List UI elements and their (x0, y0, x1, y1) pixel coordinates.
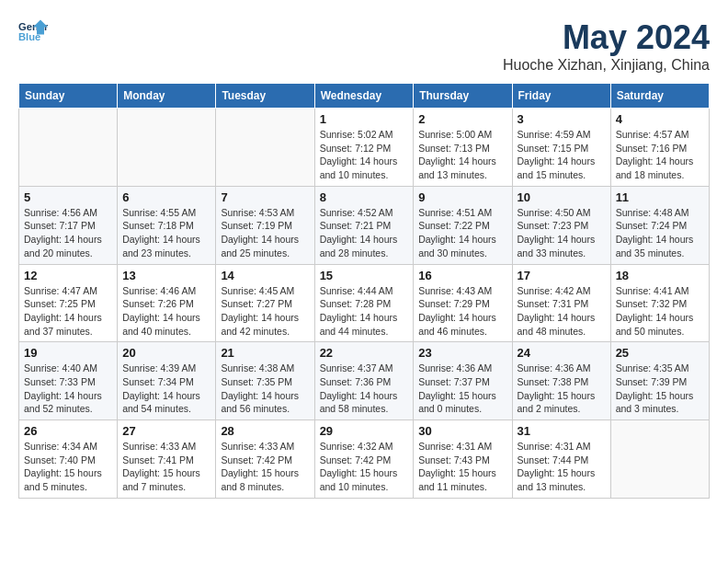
day-info: Sunrise: 4:45 AM Sunset: 7:27 PM Dayligh… (221, 284, 309, 339)
day-number: 16 (418, 269, 506, 282)
day-info: Sunrise: 4:59 AM Sunset: 7:15 PM Dayligh… (518, 128, 606, 182)
day-number: 2 (418, 112, 506, 126)
calendar-cell: 23Sunrise: 4:36 AM Sunset: 7:37 PM Dayli… (414, 342, 512, 420)
day-number: 15 (320, 269, 409, 282)
day-info: Sunrise: 4:33 AM Sunset: 7:42 PM Dayligh… (221, 440, 309, 494)
calendar-cell: 27Sunrise: 4:33 AM Sunset: 7:41 PM Dayli… (118, 420, 216, 499)
calendar-cell: 21Sunrise: 4:38 AM Sunset: 7:35 PM Dayli… (216, 342, 314, 420)
day-number: 27 (122, 424, 210, 438)
weekday-header-friday: Friday (512, 84, 610, 109)
calendar-cell (118, 109, 216, 187)
day-info: Sunrise: 4:44 AM Sunset: 7:28 PM Dayligh… (320, 284, 409, 339)
day-info: Sunrise: 4:55 AM Sunset: 7:18 PM Dayligh… (122, 206, 210, 260)
day-number: 28 (221, 424, 309, 438)
calendar-cell (19, 109, 118, 187)
day-info: Sunrise: 4:53 AM Sunset: 7:19 PM Dayligh… (221, 206, 309, 260)
day-number: 13 (122, 269, 210, 282)
day-info: Sunrise: 4:36 AM Sunset: 7:37 PM Dayligh… (418, 362, 506, 416)
calendar-cell (216, 109, 314, 187)
day-info: Sunrise: 4:52 AM Sunset: 7:21 PM Dayligh… (320, 206, 409, 260)
day-number: 31 (518, 424, 606, 438)
weekday-header-row: SundayMondayTuesdayWednesdayThursdayFrid… (19, 84, 710, 109)
calendar-cell: 20Sunrise: 4:39 AM Sunset: 7:34 PM Dayli… (118, 342, 216, 420)
day-info: Sunrise: 4:42 AM Sunset: 7:31 PM Dayligh… (518, 284, 606, 339)
day-info: Sunrise: 4:35 AM Sunset: 7:39 PM Dayligh… (616, 362, 704, 416)
month-title: May 2024 (503, 18, 710, 57)
weekday-header-tuesday: Tuesday (216, 84, 314, 109)
day-number: 17 (518, 269, 606, 282)
day-number: 9 (418, 190, 506, 204)
calendar-cell: 16Sunrise: 4:43 AM Sunset: 7:29 PM Dayli… (414, 264, 512, 342)
day-number: 3 (518, 112, 606, 126)
day-number: 10 (518, 190, 606, 204)
day-number: 24 (518, 346, 606, 360)
page-header: General Blue May 2024 Huoche Xizhan, Xin… (18, 18, 710, 74)
day-info: Sunrise: 4:56 AM Sunset: 7:17 PM Dayligh… (24, 206, 112, 260)
calendar-cell: 3Sunrise: 4:59 AM Sunset: 7:15 PM Daylig… (512, 109, 610, 187)
day-info: Sunrise: 4:41 AM Sunset: 7:32 PM Dayligh… (616, 284, 704, 339)
day-number: 22 (320, 346, 409, 360)
day-info: Sunrise: 4:31 AM Sunset: 7:44 PM Dayligh… (518, 440, 606, 494)
day-number: 12 (24, 269, 112, 282)
day-number: 25 (616, 346, 704, 360)
day-number: 19 (24, 346, 112, 360)
day-number: 29 (320, 424, 409, 438)
day-info: Sunrise: 5:00 AM Sunset: 7:13 PM Dayligh… (418, 128, 506, 182)
calendar-cell: 10Sunrise: 4:50 AM Sunset: 7:23 PM Dayli… (512, 186, 610, 264)
calendar-cell: 19Sunrise: 4:40 AM Sunset: 7:33 PM Dayli… (19, 342, 118, 420)
day-info: Sunrise: 4:39 AM Sunset: 7:34 PM Dayligh… (122, 362, 210, 416)
day-number: 18 (616, 269, 704, 282)
day-number: 6 (122, 190, 210, 204)
calendar-cell: 5Sunrise: 4:56 AM Sunset: 7:17 PM Daylig… (19, 186, 118, 264)
calendar-cell: 11Sunrise: 4:48 AM Sunset: 7:24 PM Dayli… (610, 186, 709, 264)
calendar-cell: 12Sunrise: 4:47 AM Sunset: 7:25 PM Dayli… (19, 264, 118, 342)
calendar-week-row: 19Sunrise: 4:40 AM Sunset: 7:33 PM Dayli… (19, 342, 710, 420)
day-info: Sunrise: 4:33 AM Sunset: 7:41 PM Dayligh… (122, 440, 210, 494)
calendar-cell: 4Sunrise: 4:57 AM Sunset: 7:16 PM Daylig… (610, 109, 709, 187)
calendar-cell: 2Sunrise: 5:00 AM Sunset: 7:13 PM Daylig… (414, 109, 512, 187)
day-info: Sunrise: 4:40 AM Sunset: 7:33 PM Dayligh… (24, 362, 112, 416)
calendar-cell: 30Sunrise: 4:31 AM Sunset: 7:43 PM Dayli… (414, 420, 512, 499)
calendar-cell: 15Sunrise: 4:44 AM Sunset: 7:28 PM Dayli… (314, 264, 414, 342)
calendar-cell: 7Sunrise: 4:53 AM Sunset: 7:19 PM Daylig… (216, 186, 314, 264)
day-info: Sunrise: 4:50 AM Sunset: 7:23 PM Dayligh… (518, 206, 606, 260)
day-number: 14 (221, 269, 309, 282)
calendar-cell: 17Sunrise: 4:42 AM Sunset: 7:31 PM Dayli… (512, 264, 610, 342)
title-block: May 2024 Huoche Xizhan, Xinjiang, China (503, 18, 710, 74)
calendar-cell: 22Sunrise: 4:37 AM Sunset: 7:36 PM Dayli… (314, 342, 414, 420)
weekday-header-sunday: Sunday (19, 84, 118, 109)
calendar-week-row: 12Sunrise: 4:47 AM Sunset: 7:25 PM Dayli… (19, 264, 710, 342)
day-number: 5 (24, 190, 112, 204)
calendar-cell: 9Sunrise: 4:51 AM Sunset: 7:22 PM Daylig… (414, 186, 512, 264)
calendar-cell: 1Sunrise: 5:02 AM Sunset: 7:12 PM Daylig… (314, 109, 414, 187)
day-info: Sunrise: 5:02 AM Sunset: 7:12 PM Dayligh… (320, 128, 409, 182)
calendar-cell: 13Sunrise: 4:46 AM Sunset: 7:26 PM Dayli… (118, 264, 216, 342)
day-info: Sunrise: 4:47 AM Sunset: 7:25 PM Dayligh… (24, 284, 112, 339)
calendar-table: SundayMondayTuesdayWednesdayThursdayFrid… (18, 83, 710, 499)
calendar-cell (610, 420, 709, 499)
day-info: Sunrise: 4:37 AM Sunset: 7:36 PM Dayligh… (320, 362, 409, 416)
day-info: Sunrise: 4:51 AM Sunset: 7:22 PM Dayligh… (418, 206, 506, 260)
calendar-cell: 6Sunrise: 4:55 AM Sunset: 7:18 PM Daylig… (118, 186, 216, 264)
calendar-week-row: 5Sunrise: 4:56 AM Sunset: 7:17 PM Daylig… (19, 186, 710, 264)
day-number: 1 (320, 112, 409, 126)
day-number: 4 (616, 112, 704, 126)
day-number: 21 (221, 346, 309, 360)
day-number: 8 (320, 190, 409, 204)
day-info: Sunrise: 4:31 AM Sunset: 7:43 PM Dayligh… (418, 440, 506, 494)
day-info: Sunrise: 4:48 AM Sunset: 7:24 PM Dayligh… (616, 206, 704, 260)
day-number: 30 (418, 424, 506, 438)
weekday-header-monday: Monday (118, 84, 216, 109)
day-number: 20 (122, 346, 210, 360)
day-number: 11 (616, 190, 704, 204)
calendar-cell: 8Sunrise: 4:52 AM Sunset: 7:21 PM Daylig… (314, 186, 414, 264)
calendar-cell: 25Sunrise: 4:35 AM Sunset: 7:39 PM Dayli… (610, 342, 709, 420)
calendar-cell: 24Sunrise: 4:36 AM Sunset: 7:38 PM Dayli… (512, 342, 610, 420)
logo-icon: General Blue (18, 18, 48, 44)
weekday-header-saturday: Saturday (610, 84, 709, 109)
day-info: Sunrise: 4:43 AM Sunset: 7:29 PM Dayligh… (418, 284, 506, 339)
calendar-cell: 29Sunrise: 4:32 AM Sunset: 7:42 PM Dayli… (314, 420, 414, 499)
weekday-header-thursday: Thursday (414, 84, 512, 109)
day-info: Sunrise: 4:32 AM Sunset: 7:42 PM Dayligh… (320, 440, 409, 494)
weekday-header-wednesday: Wednesday (314, 84, 414, 109)
